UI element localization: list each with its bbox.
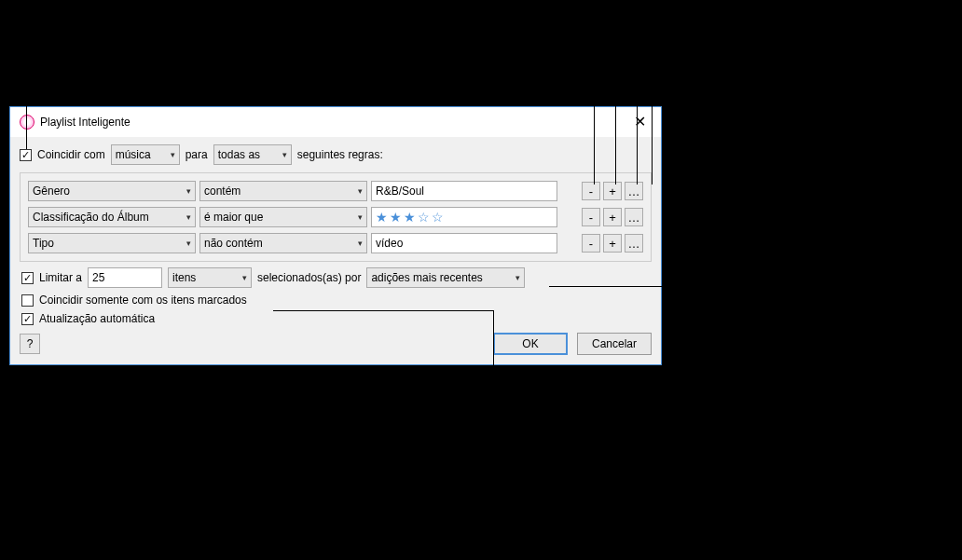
- plus-icon: +: [609, 238, 616, 250]
- limit-by-label: selecionados(as) por: [257, 271, 361, 284]
- add-rule-button[interactable]: +: [603, 208, 622, 226]
- rule-value-input[interactable]: vídeo: [371, 233, 557, 253]
- chevron-down-icon: ▾: [358, 239, 363, 248]
- limit-count-value: 25: [92, 271, 104, 284]
- rule-field-select[interactable]: Tipo ▾: [28, 233, 196, 253]
- only-checked-checkbox[interactable]: [21, 294, 34, 307]
- remove-rule-button[interactable]: -: [582, 182, 600, 200]
- live-update-checkbox[interactable]: [21, 313, 34, 325]
- bottom-row: ? OK Cancelar: [20, 333, 652, 355]
- nest-rule-button[interactable]: …: [625, 182, 643, 200]
- limit-row: Limitar a 25 itens ▾ selecionados(as) po…: [21, 267, 650, 288]
- callout-bracket: [594, 67, 652, 75]
- rule-row: Tipo ▾ não contém ▾ vídeo - + …: [28, 233, 643, 253]
- callout-line: [26, 47, 27, 149]
- match-row: Coincidir com música ▾ para todas as ▾ s…: [20, 144, 652, 165]
- match-middle-label: para: [186, 148, 208, 161]
- close-button[interactable]: ✕: [628, 113, 652, 131]
- rule-buttons: - + …: [582, 182, 643, 200]
- chevron-down-icon: ▾: [242, 273, 247, 282]
- rule-buttons: - + …: [582, 208, 643, 226]
- plus-icon: +: [609, 212, 616, 224]
- match-scope-value: todas as: [218, 148, 260, 161]
- star-rating: ★★★☆☆: [376, 210, 446, 225]
- media-type-value: música: [116, 148, 151, 161]
- ellipsis-icon: …: [628, 185, 640, 198]
- chevron-down-icon: ▾: [186, 239, 191, 248]
- media-type-select[interactable]: música ▾: [111, 144, 180, 165]
- rule-value-input[interactable]: R&B/Soul: [371, 181, 557, 201]
- dialog-body: Coincidir com música ▾ para todas as ▾ s…: [10, 137, 661, 364]
- live-update-row: Atualização automática: [21, 312, 650, 325]
- callout-line: [273, 310, 493, 311]
- chevron-down-icon: ▾: [358, 212, 363, 222]
- remove-rule-button[interactable]: -: [582, 208, 600, 226]
- live-update-label: Atualização automática: [39, 312, 155, 325]
- match-suffix-label: seguintes regras:: [297, 148, 383, 161]
- window-title: Playlist Inteligente: [40, 116, 131, 129]
- only-checked-row: Coincidir somente com os itens marcados: [21, 294, 650, 307]
- rule-operator-select[interactable]: contém ▾: [199, 181, 367, 201]
- callout-line: [652, 75, 653, 184]
- help-icon: ?: [27, 337, 34, 350]
- limit-by-select[interactable]: adições mais recentes ▾: [366, 267, 525, 288]
- match-scope-select[interactable]: todas as ▾: [213, 144, 292, 165]
- ok-button[interactable]: OK: [493, 333, 568, 355]
- rule-operator-value: é maior que: [204, 211, 263, 224]
- cancel-label: Cancelar: [592, 337, 637, 350]
- chevron-down-icon: ▾: [186, 186, 191, 196]
- minus-icon: -: [589, 212, 593, 224]
- nest-rule-button[interactable]: …: [625, 208, 643, 226]
- callout-line: [594, 75, 595, 184]
- limit-count-input[interactable]: 25: [88, 267, 162, 288]
- ok-label: OK: [522, 337, 538, 350]
- chevron-down-icon: ▾: [358, 186, 363, 196]
- rule-row: Classificação do Álbum ▾ é maior que ▾ ★…: [28, 207, 643, 227]
- rule-field-select[interactable]: Gênero ▾: [28, 181, 196, 201]
- add-rule-button[interactable]: +: [603, 234, 622, 253]
- rule-value-stars[interactable]: ★★★☆☆: [371, 207, 557, 227]
- rule-operator-select[interactable]: não contém ▾: [199, 233, 367, 253]
- callout-line: [623, 47, 624, 67]
- limit-label: Limitar a: [39, 271, 82, 284]
- rule-operator-value: não contém: [204, 237, 263, 250]
- callout-line: [615, 75, 616, 184]
- rule-field-select[interactable]: Classificação do Álbum ▾: [28, 207, 196, 227]
- smart-playlist-dialog: Playlist Inteligente ✕ Coincidir com mús…: [9, 106, 662, 365]
- minus-icon: -: [589, 238, 593, 250]
- callout-line: [549, 286, 819, 287]
- chevron-down-icon: ▾: [171, 150, 175, 159]
- rules-container: Gênero ▾ contém ▾ R&B/Soul - + …: [20, 172, 652, 262]
- rule-value-text: vídeo: [376, 237, 403, 250]
- callout-line: [637, 75, 638, 184]
- rule-row: Gênero ▾ contém ▾ R&B/Soul - + …: [28, 181, 643, 201]
- limit-unit-value: itens: [172, 271, 196, 284]
- rule-buttons: - + …: [582, 234, 643, 253]
- nest-rule-button[interactable]: …: [625, 234, 643, 253]
- rule-field-value: Tipo: [33, 237, 54, 250]
- titlebar: Playlist Inteligente ✕: [10, 107, 661, 137]
- limit-checkbox[interactable]: [21, 272, 34, 284]
- rule-field-value: Classificação do Álbum: [33, 211, 149, 224]
- cancel-button[interactable]: Cancelar: [577, 333, 652, 355]
- add-rule-button[interactable]: +: [603, 182, 622, 200]
- remove-rule-button[interactable]: -: [582, 234, 600, 253]
- chevron-down-icon: ▾: [282, 150, 287, 159]
- chevron-down-icon: ▾: [515, 273, 520, 282]
- rule-operator-select[interactable]: é maior que ▾: [199, 207, 367, 227]
- minus-icon: -: [589, 185, 593, 198]
- match-prefix-label: Coincidir com: [37, 148, 105, 161]
- ellipsis-icon: …: [628, 238, 640, 250]
- match-checkbox[interactable]: [20, 149, 32, 161]
- limit-by-value: adições mais recentes: [371, 271, 482, 284]
- limit-unit-select[interactable]: itens ▾: [168, 267, 252, 288]
- chevron-down-icon: ▾: [186, 212, 191, 222]
- callout-line: [11, 371, 12, 431]
- help-button[interactable]: ?: [20, 334, 40, 354]
- titlebar-left: Playlist Inteligente: [20, 115, 131, 130]
- action-buttons: OK Cancelar: [493, 333, 652, 355]
- callout-line: [493, 310, 494, 431]
- ellipsis-icon: …: [628, 212, 640, 224]
- rule-field-value: Gênero: [33, 184, 70, 198]
- plus-icon: +: [609, 185, 616, 198]
